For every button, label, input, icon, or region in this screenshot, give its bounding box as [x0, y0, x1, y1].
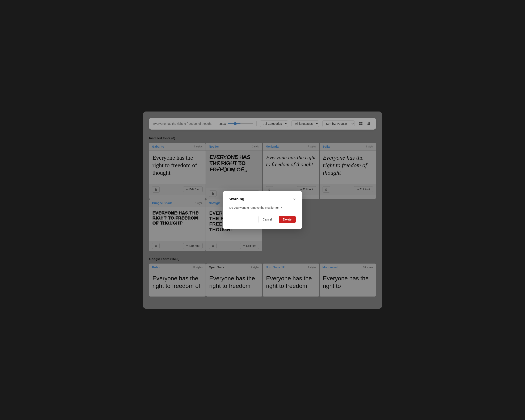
modal-body: Do you want to remove the Nosifer font?: [229, 205, 296, 210]
modal-header: Warning ×: [229, 197, 296, 201]
modal-footer: Cancel Delete: [229, 216, 296, 223]
modal-overlay: Warning × Do you want to remove the Nosi…: [143, 112, 382, 309]
modal-close-button[interactable]: ×: [293, 197, 296, 201]
cancel-button[interactable]: Cancel: [258, 216, 276, 223]
app-container: Everyone has the right to freedom of tho…: [143, 112, 382, 309]
warning-modal: Warning × Do you want to remove the Nosi…: [223, 191, 302, 229]
modal-title: Warning: [229, 197, 244, 201]
delete-button[interactable]: Delete: [279, 216, 296, 223]
